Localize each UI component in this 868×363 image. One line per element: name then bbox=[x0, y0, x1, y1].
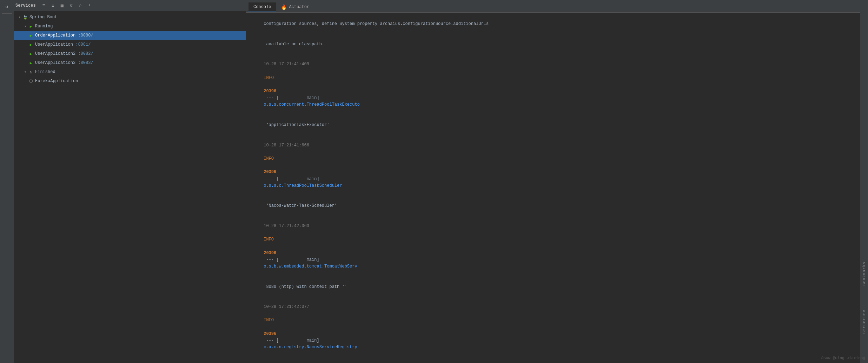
tree-item-orderapplication[interactable]: ▶ OrderApplication :8080/ bbox=[14, 31, 246, 40]
console-panel: Console 🔥 Actuator configuration sources… bbox=[246, 0, 860, 363]
userapplication3-label: UserApplication3 :8083/ bbox=[35, 60, 93, 65]
eurekaapplication-icon: ⬡ bbox=[28, 78, 34, 84]
userapplication-play-icon: ▶ bbox=[28, 42, 34, 47]
running-label: Running bbox=[35, 24, 53, 29]
tree-item-springboot[interactable]: ▾ 🍃 Spring Boot bbox=[14, 13, 246, 22]
tree-item-userapplication2[interactable]: ▶ UserApplication2 :8082/ bbox=[14, 49, 246, 58]
collapse-all-btn[interactable]: ≡ bbox=[40, 2, 48, 9]
refresh-icon[interactable]: ↺ bbox=[3, 3, 11, 11]
arrow-springboot: ▾ bbox=[17, 14, 22, 20]
log-line-1: configuration sources, define System pro… bbox=[246, 14, 860, 34]
eurekaapplication-label: EurekaApplication bbox=[35, 79, 78, 84]
add-btn[interactable]: + bbox=[86, 2, 93, 9]
vertical-labels: Bookmarks Structure bbox=[860, 0, 868, 363]
actuator-icon: 🔥 bbox=[281, 4, 287, 10]
console-tabs: Console 🔥 Actuator bbox=[246, 0, 860, 13]
userapplication3-play-icon: ▶ bbox=[28, 60, 34, 66]
services-tree: ▾ 🍃 Spring Boot ▾ ▶ Running ▶ OrderAppli… bbox=[14, 11, 246, 363]
tree-item-eurekaapplication[interactable]: ⬡ EurekaApplication bbox=[14, 77, 246, 86]
springboot-label: Spring Boot bbox=[29, 15, 57, 20]
sidebar-icons-panel: ↺ bbox=[0, 0, 14, 363]
tree-item-finished[interactable]: ▾ ↻ Finished bbox=[14, 67, 246, 77]
tree-item-userapplication3[interactable]: ▶ UserApplication3 :8083/ bbox=[14, 58, 246, 67]
orderapplication-label: OrderApplication :8080/ bbox=[35, 33, 93, 38]
console-content[interactable]: configuration sources, define System pro… bbox=[246, 13, 860, 363]
structure-label[interactable]: Structure bbox=[861, 308, 867, 335]
tree-item-running[interactable]: ▾ ▶ Running bbox=[14, 22, 246, 31]
finished-label: Finished bbox=[35, 70, 55, 74]
filter-btn[interactable]: ▽ bbox=[67, 2, 75, 9]
tab-actuator[interactable]: 🔥 Actuator bbox=[276, 2, 314, 12]
log-line-8: 8080 (http) with context path '' bbox=[246, 277, 860, 297]
arrow-finished: ▾ bbox=[22, 69, 28, 75]
userapplication2-label: UserApplication2 :8082/ bbox=[35, 51, 93, 56]
springboot-icon: 🍃 bbox=[22, 14, 28, 20]
group-btn[interactable]: ▦ bbox=[58, 2, 66, 9]
finished-icon: ↻ bbox=[28, 69, 34, 75]
log-line-4: 'applicationTaskExecutor' bbox=[246, 115, 860, 136]
console-tab-label: Console bbox=[253, 5, 271, 9]
actuator-tab-label: Actuator bbox=[289, 5, 309, 9]
arrow-running: ▾ bbox=[22, 24, 28, 29]
log-line-9: 10-28 17:21:42:077 INFO 20396 --- [ main… bbox=[246, 297, 860, 358]
tab-console[interactable]: Console bbox=[249, 2, 276, 12]
watermark: ©SDN @Ding Jiaxiong bbox=[821, 356, 865, 360]
tree-item-userapplication[interactable]: ▶ UserApplication :8081/ bbox=[14, 40, 246, 49]
log-line-7: 10-28 17:21:42:063 INFO 20396 --- [ main… bbox=[246, 216, 860, 277]
services-title: Services bbox=[15, 3, 36, 8]
log-line-6: 'Nacos-Watch-Task-Scheduler' bbox=[246, 196, 860, 216]
log-line-3: 10-28 17:21:41:409 INFO 20396 --- [ main… bbox=[246, 54, 860, 115]
userapplication2-play-icon: ▶ bbox=[28, 51, 34, 57]
running-icon: ▶ bbox=[28, 24, 34, 29]
search-btn[interactable]: ⌕ bbox=[77, 2, 84, 9]
log-line-2: available on classpath. bbox=[246, 34, 860, 55]
log-line-5: 10-28 17:21:41:666 INFO 20396 --- [ main… bbox=[246, 135, 860, 196]
orderapplication-play-icon: ▶ bbox=[28, 33, 34, 38]
userapplication-label: UserApplication :8081/ bbox=[35, 42, 91, 47]
log-line-10: orderservice 192.168.152.1:8080 register… bbox=[246, 358, 860, 363]
expand-all-btn[interactable]: ≡ bbox=[49, 2, 57, 9]
bookmarks-label[interactable]: Bookmarks bbox=[861, 260, 867, 287]
